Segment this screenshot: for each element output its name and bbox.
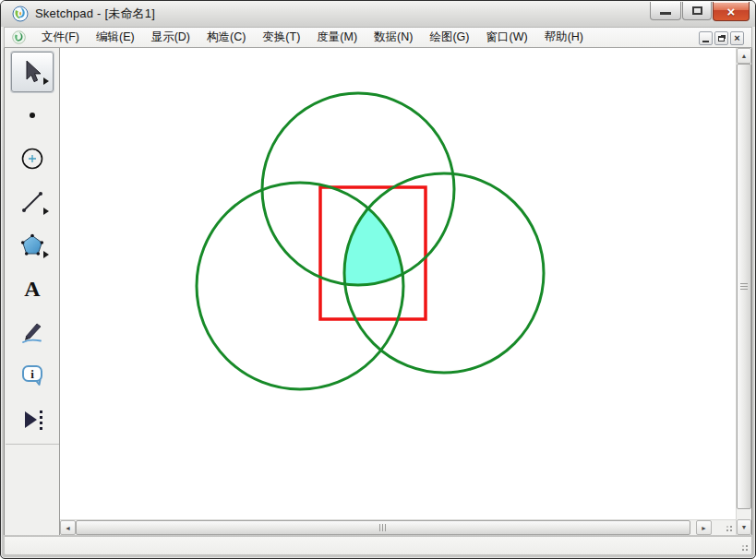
horizontal-scroll-thumb[interactable] — [76, 520, 690, 535]
sketch-svg — [60, 48, 736, 519]
menu-window[interactable]: 窗口(W) — [478, 27, 536, 48]
information-tool[interactable]: i — [11, 355, 54, 396]
menu-measure[interactable]: 度量(M) — [308, 27, 366, 48]
tool-palette: A i — [5, 48, 60, 535]
scroll-right-button[interactable]: ► — [696, 520, 712, 535]
horizontal-scrollbar: ◄ ► — [60, 519, 736, 535]
custom-tool-icon — [18, 405, 46, 433]
menu-display[interactable]: 显示(D) — [143, 27, 198, 48]
marker-icon — [18, 318, 46, 346]
mdi-window-controls: × — [699, 31, 744, 45]
scroll-down-button[interactable]: ▼ — [737, 519, 751, 535]
client-area: A i — [4, 48, 752, 535]
window-controls: × — [650, 2, 750, 21]
menu-file[interactable]: 文件(F) — [33, 27, 88, 48]
menu-bar: 文件(F) 编辑(E) 显示(D) 构造(C) 变换(T) 度量(M) 数据(N… — [4, 27, 752, 48]
straightedge-segment-tool[interactable] — [11, 182, 54, 222]
maximize-icon — [692, 6, 702, 15]
mdi-minimize-button[interactable] — [699, 31, 713, 45]
mdi-close-button[interactable]: × — [730, 31, 744, 45]
drawing-canvas[interactable] — [60, 48, 736, 519]
scroll-up-button[interactable]: ▲ — [737, 48, 751, 64]
mdi-restore-icon — [718, 36, 725, 42]
scroll-up-icon: ▲ — [741, 53, 748, 59]
tool-flyout-arrow-icon — [43, 208, 49, 215]
menu-construct[interactable]: 构造(C) — [198, 27, 254, 48]
selection-arrow-tool[interactable] — [11, 52, 54, 92]
mdi-minimize-icon — [702, 41, 709, 42]
toolbar-divider — [6, 444, 59, 445]
minimize-button[interactable] — [650, 2, 681, 20]
point-tool[interactable] — [11, 95, 54, 136]
tool-flyout-arrow-icon — [43, 251, 49, 258]
text-tool[interactable]: A — [11, 268, 54, 309]
horizontal-scroll-track[interactable] — [76, 520, 696, 535]
window-title: Sketchpad - [未命名1] — [35, 6, 155, 22]
polygon-tool[interactable] — [11, 225, 54, 266]
vertical-scroll-thumb[interactable] — [737, 64, 751, 509]
mdi-restore-button[interactable] — [714, 31, 728, 45]
point-icon — [18, 101, 46, 129]
window-frame-bottom — [1, 555, 755, 558]
segment-icon — [18, 188, 46, 216]
status-bar — [4, 536, 752, 555]
scroll-down-icon: ▼ — [741, 524, 748, 530]
scroll-left-icon: ◄ — [65, 525, 71, 531]
circle-left[interactable] — [197, 183, 403, 389]
marker-tool[interactable] — [11, 312, 54, 352]
compass-circle-tool[interactable] — [11, 138, 54, 179]
canvas-column: ◄ ► — [60, 48, 736, 535]
svg-text:A: A — [24, 277, 41, 301]
vertical-scrollbar: ▲ ▼ — [736, 48, 751, 535]
vertical-scroll-track[interactable] — [737, 64, 751, 519]
app-logo-icon — [12, 6, 29, 22]
mdi-close-icon: × — [734, 33, 739, 43]
custom-tool[interactable] — [11, 398, 54, 439]
title-bar[interactable]: Sketchpad - [未命名1] × — [1, 1, 755, 27]
svg-text:i: i — [30, 367, 34, 381]
scroll-corner-grip[interactable] — [712, 520, 736, 535]
maximize-button[interactable] — [682, 2, 712, 20]
close-button[interactable]: × — [713, 2, 750, 21]
document-app-icon — [12, 30, 26, 44]
minimize-icon — [660, 12, 671, 15]
tool-flyout-arrow-icon — [43, 77, 49, 85]
menu-graph[interactable]: 绘图(G) — [421, 27, 477, 48]
menu-edit[interactable]: 编辑(E) — [88, 27, 143, 48]
information-icon: i — [18, 362, 46, 389]
close-icon: × — [727, 5, 736, 18]
compass-circle-icon — [18, 145, 46, 172]
scroll-left-button[interactable]: ◄ — [60, 520, 76, 535]
text-icon: A — [18, 275, 46, 303]
app-window: Sketchpad - [未命名1] × 文件(F) 编辑(E) 显示(D) 构… — [0, 0, 756, 559]
menu-help[interactable]: 帮助(H) — [536, 27, 592, 48]
scroll-right-icon: ► — [701, 525, 707, 531]
polygon-icon — [18, 232, 46, 259]
selection-arrow-icon — [18, 58, 46, 86]
menu-transform[interactable]: 变换(T) — [254, 27, 308, 48]
menu-data[interactable]: 数据(N) — [366, 27, 421, 48]
